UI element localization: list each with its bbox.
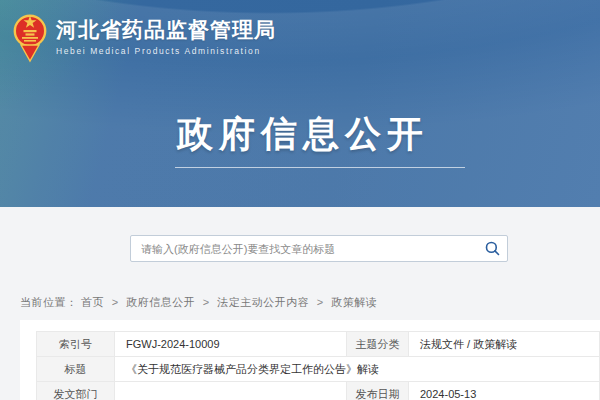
breadcrumb-separator: >: [317, 296, 324, 308]
table-row: 索引号 FGWJ-2024-10009 主题分类 法规文件 / 政策解读: [37, 332, 600, 357]
search-input[interactable]: [131, 243, 477, 255]
breadcrumb-separator: >: [203, 296, 210, 308]
title-label: 标题: [37, 357, 115, 382]
org-name-en: Hebei Medical Products Administration: [56, 46, 276, 56]
breadcrumb-separator: >: [112, 296, 119, 308]
breadcrumb-item-policy[interactable]: 政策解读: [331, 296, 377, 308]
breadcrumb-prefix: 当前位置：: [20, 296, 78, 308]
publish-date-label: 发布日期: [347, 382, 409, 400]
title-value: 《关于规范医疗器械产品分类界定工作的公告》解读: [115, 357, 600, 382]
title-underline: [175, 167, 465, 168]
table-row: 标题 《关于规范医疗器械产品分类界定工作的公告》解读: [37, 357, 600, 382]
index-number-value: FGWJ-2024-10009: [115, 332, 347, 357]
subject-category-value: 法规文件 / 政策解读: [409, 332, 600, 357]
document-panel: 索引号 FGWJ-2024-10009 主题分类 法规文件 / 政策解读 标题 …: [20, 320, 600, 400]
breadcrumb: 当前位置： 首页 > 政府信息公开 > 法定主动公开内容 > 政策解读: [20, 295, 377, 310]
breadcrumb-item-disclosure[interactable]: 法定主动公开内容: [217, 296, 309, 308]
breadcrumb-item-home[interactable]: 首页: [81, 296, 104, 308]
org-name-zh: 河北省药品监督管理局: [56, 17, 276, 43]
search-box: [130, 235, 508, 262]
site-logo[interactable]: 河北省药品监督管理局 Hebei Medical Products Admini…: [13, 9, 276, 63]
search-icon: [485, 241, 500, 256]
document-meta-table: 索引号 FGWJ-2024-10009 主题分类 法规文件 / 政策解读 标题 …: [36, 331, 600, 400]
index-number-label: 索引号: [37, 332, 115, 357]
breadcrumb-item-gov-info[interactable]: 政府信息公开: [126, 296, 195, 308]
table-row: 发文部门 发布日期 2024-05-13: [37, 382, 600, 400]
issuing-dept-value: [115, 382, 347, 400]
issuing-dept-label: 发文部门: [37, 382, 115, 400]
national-emblem-icon: [13, 9, 47, 63]
banner: 河北省药品监督管理局 Hebei Medical Products Admini…: [0, 0, 600, 207]
subject-category-label: 主题分类: [347, 332, 409, 357]
publish-date-value: 2024-05-13: [409, 382, 600, 400]
search-button[interactable]: [477, 236, 507, 261]
content-area: 当前位置： 首页 > 政府信息公开 > 法定主动公开内容 > 政策解读 索引号 …: [0, 207, 600, 400]
page-title: 政府信息公开: [0, 110, 600, 159]
